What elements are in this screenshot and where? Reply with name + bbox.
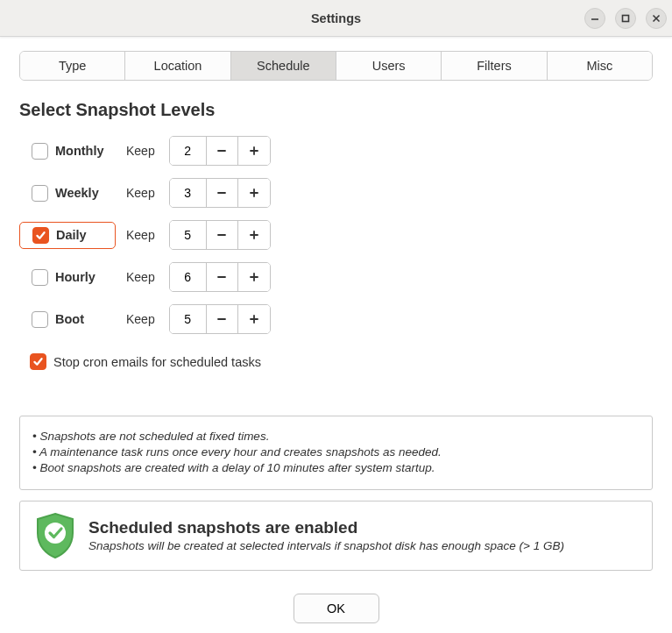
level-row-weekly: WeeklyKeep bbox=[19, 178, 653, 208]
level-row-monthly: MonthlyKeep bbox=[19, 136, 653, 166]
level-checkbox-boot[interactable] bbox=[32, 311, 48, 328]
keep-spinner-monthly bbox=[169, 136, 271, 166]
level-checkbox-hourly[interactable] bbox=[32, 269, 48, 286]
tab-filters[interactable]: Filters bbox=[442, 52, 547, 80]
titlebar: Settings bbox=[0, 0, 672, 37]
tab-schedule[interactable]: Schedule bbox=[231, 52, 336, 80]
level-checkbox-wrap-monthly[interactable]: Monthly bbox=[19, 139, 116, 164]
keep-value-monthly[interactable] bbox=[170, 137, 207, 165]
level-row-boot: BootKeep bbox=[19, 304, 653, 334]
tab-type[interactable]: Type bbox=[20, 52, 125, 80]
tab-misc[interactable]: Misc bbox=[548, 52, 652, 80]
keep-label-hourly: Keep bbox=[126, 270, 155, 284]
keep-spinner-boot bbox=[169, 304, 271, 334]
close-button[interactable] bbox=[646, 8, 667, 29]
level-label-hourly: Hourly bbox=[55, 270, 95, 284]
maximize-button[interactable] bbox=[615, 8, 636, 29]
level-row-hourly: HourlyKeep bbox=[19, 262, 653, 292]
info-line-2: • Boot snapshots are created with a dela… bbox=[32, 460, 640, 476]
keep-decrement-hourly[interactable] bbox=[207, 263, 238, 291]
info-line-0: • Snapshots are not scheduled at fixed t… bbox=[32, 429, 640, 445]
keep-spinner-hourly bbox=[169, 262, 271, 292]
keep-value-daily[interactable] bbox=[170, 221, 207, 249]
keep-label-weekly: Keep bbox=[126, 186, 155, 200]
level-checkbox-wrap-boot[interactable]: Boot bbox=[19, 307, 116, 332]
status-title: Scheduled snapshots are enabled bbox=[88, 518, 564, 537]
tabs: TypeLocationScheduleUsersFiltersMisc bbox=[19, 51, 653, 81]
info-box: • Snapshots are not scheduled at fixed t… bbox=[19, 416, 653, 490]
keep-decrement-monthly[interactable] bbox=[207, 137, 238, 165]
window-title: Settings bbox=[311, 11, 361, 25]
tab-users[interactable]: Users bbox=[336, 52, 442, 80]
keep-spinner-daily bbox=[169, 220, 271, 250]
window-controls bbox=[584, 8, 667, 29]
status-desc: Snapshots will be created at selected in… bbox=[88, 539, 564, 552]
section-title: Select Snapshot Levels bbox=[19, 100, 653, 120]
keep-label-monthly: Keep bbox=[126, 144, 155, 158]
keep-value-boot[interactable] bbox=[170, 305, 207, 333]
keep-increment-monthly[interactable] bbox=[238, 137, 270, 165]
keep-increment-weekly[interactable] bbox=[238, 179, 270, 207]
level-row-daily: DailyKeep bbox=[19, 220, 653, 250]
keep-decrement-boot[interactable] bbox=[207, 305, 238, 333]
keep-value-weekly[interactable] bbox=[170, 179, 207, 207]
dialog-footer: OK bbox=[19, 594, 653, 623]
minimize-button[interactable] bbox=[584, 8, 605, 29]
level-checkbox-wrap-weekly[interactable]: Weekly bbox=[19, 181, 116, 206]
keep-value-hourly[interactable] bbox=[170, 263, 207, 291]
level-rows: MonthlyKeepWeeklyKeepDailyKeepHourlyKeep… bbox=[19, 136, 653, 334]
stop-cron-label: Stop cron emails for scheduled tasks bbox=[53, 355, 261, 369]
level-checkbox-daily[interactable] bbox=[32, 227, 49, 244]
level-checkbox-monthly[interactable] bbox=[32, 143, 48, 160]
level-checkbox-wrap-daily[interactable]: Daily bbox=[19, 222, 116, 249]
level-label-monthly: Monthly bbox=[55, 144, 104, 158]
shield-check-icon bbox=[34, 512, 76, 559]
keep-increment-daily[interactable] bbox=[238, 221, 270, 249]
level-label-boot: Boot bbox=[55, 312, 84, 326]
info-line-1: • A maintenance task runs once every hou… bbox=[32, 445, 640, 460]
level-checkbox-wrap-hourly[interactable]: Hourly bbox=[19, 265, 116, 290]
keep-label-daily: Keep bbox=[126, 228, 155, 242]
keep-increment-hourly[interactable] bbox=[238, 263, 270, 291]
keep-decrement-daily[interactable] bbox=[207, 221, 238, 249]
stop-cron-checkbox[interactable] bbox=[30, 353, 46, 370]
level-label-daily: Daily bbox=[56, 228, 87, 242]
svg-rect-1 bbox=[623, 15, 629, 21]
keep-decrement-weekly[interactable] bbox=[207, 179, 238, 207]
keep-spinner-weekly bbox=[169, 178, 271, 208]
stop-cron-row: Stop cron emails for scheduled tasks bbox=[25, 353, 653, 370]
keep-increment-boot[interactable] bbox=[238, 305, 270, 333]
ok-button[interactable]: OK bbox=[294, 594, 379, 623]
keep-label-boot: Keep bbox=[126, 312, 155, 326]
status-box: Scheduled snapshots are enabled Snapshot… bbox=[19, 501, 653, 571]
svg-point-19 bbox=[45, 523, 66, 544]
level-label-weekly: Weekly bbox=[55, 186, 99, 200]
level-checkbox-weekly[interactable] bbox=[32, 185, 48, 202]
tab-location[interactable]: Location bbox=[125, 52, 230, 80]
